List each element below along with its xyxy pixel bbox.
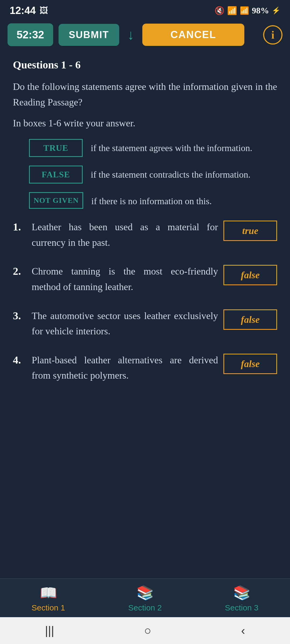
main-content: Questions 1 - 6 Do the following stateme…	[0, 50, 290, 464]
section1-icon: 📖	[40, 585, 57, 601]
question-2: 2. Chrome tanning is the most eco-friend…	[13, 264, 277, 295]
q3-number: 3.	[13, 308, 26, 322]
section1-label: Section 1	[31, 603, 65, 612]
question-4: 4. Plant-based leather alternatives are …	[13, 353, 277, 383]
q3-answer[interactable]: false	[223, 309, 277, 330]
question-3: 3. The automotive sector uses leather ex…	[13, 308, 277, 339]
false-desc: if the statement contradicts the informa…	[91, 166, 251, 182]
status-bar: 12:44 🖼 🔇 📶 📶 98% ⚡	[0, 0, 290, 19]
timer-display: 52:32	[8, 23, 53, 46]
legend-not-given: NOT GIVEN if there is no information on …	[29, 192, 277, 209]
back-button[interactable]: ‹	[241, 624, 245, 637]
nav-section-3[interactable]: 📚 Section 3	[225, 585, 258, 612]
not-given-desc: if there is no information on this.	[91, 192, 212, 208]
toolbar: 52:32 SUBMIT ↓ CANCEL i	[0, 19, 290, 50]
nav-section-1[interactable]: 📖 Section 1	[31, 585, 65, 612]
not-given-label: NOT GIVEN	[29, 192, 83, 209]
questions-header: Questions 1 - 6	[13, 58, 277, 71]
boxes-instruction: In boxes 1-6 write your answer.	[13, 118, 277, 129]
q1-answer[interactable]: true	[223, 221, 277, 241]
section3-label: Section 3	[225, 603, 258, 612]
nav-section-2[interactable]: 📚 Section 2	[128, 585, 162, 612]
true-desc: if the statement agrees with the informa…	[91, 139, 252, 155]
wifi-icon: 📶	[227, 6, 237, 15]
section2-icon: 📚	[136, 585, 154, 601]
signal-icon: 📶	[240, 6, 249, 15]
false-label: FALSE	[29, 166, 83, 184]
questions-list: 1. Leather has been used as a material f…	[13, 219, 277, 383]
charging-icon: ⚡	[272, 6, 280, 15]
q1-number: 1.	[13, 219, 26, 233]
status-icons: 🔇 📶 📶 98% ⚡	[215, 6, 280, 16]
q4-number: 4.	[13, 353, 26, 366]
status-time: 12:44	[10, 5, 36, 16]
battery-level: 98%	[252, 6, 269, 16]
q2-answer[interactable]: false	[223, 265, 277, 285]
q3-text: The automotive sector uses leather exclu…	[32, 308, 218, 339]
question-1: 1. Leather has been used as a material f…	[13, 219, 277, 250]
home-button[interactable]: ○	[144, 624, 151, 637]
legend: TRUE if the statement agrees with the in…	[13, 139, 277, 209]
q4-answer[interactable]: false	[223, 354, 277, 374]
system-nav: ||| ○ ‹	[0, 617, 290, 644]
q2-text: Chrome tanning is the most eco-friendly …	[32, 264, 218, 295]
bottom-nav: 📖 Section 1 📚 Section 2 📚 Section 3	[0, 578, 290, 617]
cancel-button[interactable]: CANCEL	[142, 24, 244, 46]
q1-text: Leather has been used as a material for …	[32, 219, 218, 250]
q2-number: 2.	[13, 264, 26, 277]
instructions-text: Do the following statements agree with t…	[13, 79, 277, 110]
legend-true: TRUE if the statement agrees with the in…	[29, 139, 277, 157]
info-button[interactable]: i	[263, 25, 282, 45]
section3-icon: 📚	[233, 585, 251, 601]
submit-button[interactable]: SUBMIT	[59, 24, 119, 46]
mute-icon: 🔇	[215, 6, 224, 15]
photo-icon: 🖼	[39, 6, 48, 16]
q4-text: Plant-based leather alternatives are der…	[32, 353, 218, 383]
download-icon[interactable]: ↓	[127, 27, 134, 43]
recents-button[interactable]: |||	[45, 624, 54, 637]
section2-label: Section 2	[128, 603, 162, 612]
legend-false: FALSE if the statement contradicts the i…	[29, 166, 277, 184]
true-label: TRUE	[29, 139, 83, 157]
